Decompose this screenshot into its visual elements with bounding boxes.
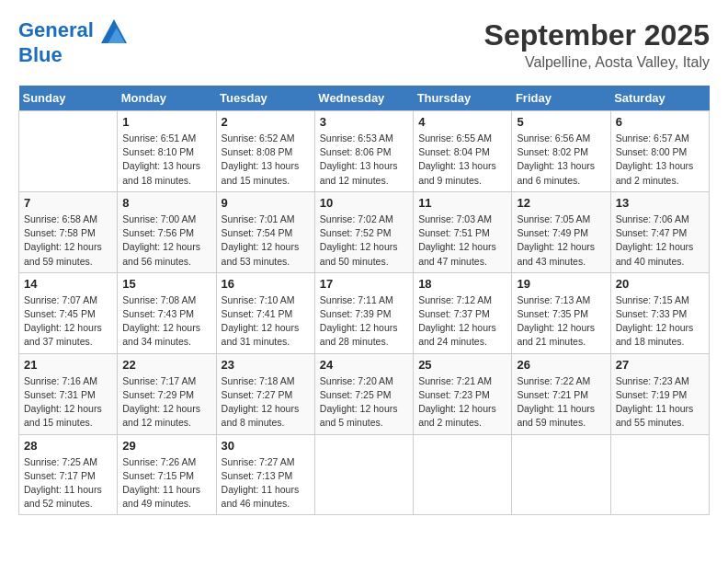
header-friday: Friday	[512, 86, 610, 111]
week-row-1: 1Sunrise: 6:51 AMSunset: 8:10 PMDaylight…	[19, 111, 710, 192]
calendar-cell: 15Sunrise: 7:08 AMSunset: 7:43 PMDayligh…	[118, 272, 216, 353]
day-number: 21	[24, 358, 112, 372]
calendar-cell: 29Sunrise: 7:26 AMSunset: 7:15 PMDayligh…	[118, 434, 216, 515]
calendar-cell: 12Sunrise: 7:05 AMSunset: 7:49 PMDayligh…	[512, 191, 610, 272]
day-info: Sunrise: 7:00 AMSunset: 7:56 PMDaylight:…	[122, 213, 210, 269]
calendar-cell	[414, 434, 512, 515]
calendar-cell: 2Sunrise: 6:52 AMSunset: 8:08 PMDaylight…	[216, 111, 314, 192]
header-wednesday: Wednesday	[314, 86, 413, 111]
week-row-5: 28Sunrise: 7:25 AMSunset: 7:17 PMDayligh…	[19, 434, 710, 515]
day-number: 6	[616, 115, 704, 129]
calendar-cell	[19, 111, 118, 192]
location: Valpelline, Aosta Valley, Italy	[484, 54, 710, 71]
day-info: Sunrise: 6:56 AMSunset: 8:02 PMDaylight:…	[517, 132, 605, 188]
day-number: 5	[517, 115, 605, 129]
day-number: 24	[320, 358, 408, 372]
day-number: 10	[320, 196, 408, 210]
week-row-3: 14Sunrise: 7:07 AMSunset: 7:45 PMDayligh…	[19, 272, 710, 353]
day-info: Sunrise: 7:03 AMSunset: 7:51 PMDaylight:…	[418, 213, 506, 269]
month-title: September 2025	[484, 18, 710, 52]
calendar-cell: 30Sunrise: 7:27 AMSunset: 7:13 PMDayligh…	[216, 434, 314, 515]
calendar-cell: 5Sunrise: 6:56 AMSunset: 8:02 PMDaylight…	[512, 111, 610, 192]
calendar-table: SundayMondayTuesdayWednesdayThursdayFrid…	[18, 86, 710, 515]
calendar-cell: 10Sunrise: 7:02 AMSunset: 7:52 PMDayligh…	[314, 191, 413, 272]
day-number: 12	[517, 196, 605, 210]
day-number: 13	[616, 196, 704, 210]
day-info: Sunrise: 7:06 AMSunset: 7:47 PMDaylight:…	[616, 213, 704, 269]
week-row-4: 21Sunrise: 7:16 AMSunset: 7:31 PMDayligh…	[19, 353, 710, 434]
calendar-cell: 21Sunrise: 7:16 AMSunset: 7:31 PMDayligh…	[19, 353, 118, 434]
calendar-cell: 23Sunrise: 7:18 AMSunset: 7:27 PMDayligh…	[216, 353, 314, 434]
day-number: 11	[418, 196, 506, 210]
calendar-cell: 19Sunrise: 7:13 AMSunset: 7:35 PMDayligh…	[512, 272, 610, 353]
day-info: Sunrise: 6:51 AMSunset: 8:10 PMDaylight:…	[122, 132, 210, 188]
day-info: Sunrise: 7:10 AMSunset: 7:41 PMDaylight:…	[222, 293, 310, 350]
day-info: Sunrise: 7:13 AMSunset: 7:35 PMDaylight:…	[517, 293, 605, 350]
day-number: 16	[222, 277, 310, 291]
calendar-cell: 22Sunrise: 7:17 AMSunset: 7:29 PMDayligh…	[118, 353, 216, 434]
calendar-cell	[314, 434, 413, 515]
calendar-cell: 20Sunrise: 7:15 AMSunset: 7:33 PMDayligh…	[610, 272, 709, 353]
day-info: Sunrise: 7:23 AMSunset: 7:19 PMDaylight:…	[616, 374, 704, 431]
day-number: 2	[222, 115, 310, 129]
calendar-cell: 11Sunrise: 7:03 AMSunset: 7:51 PMDayligh…	[414, 191, 512, 272]
day-info: Sunrise: 7:05 AMSunset: 7:49 PMDaylight:…	[517, 213, 605, 269]
day-info: Sunrise: 7:16 AMSunset: 7:31 PMDaylight:…	[24, 374, 112, 431]
day-number: 17	[320, 277, 408, 291]
day-info: Sunrise: 7:07 AMSunset: 7:45 PMDaylight:…	[24, 293, 112, 350]
calendar-cell: 14Sunrise: 7:07 AMSunset: 7:45 PMDayligh…	[19, 272, 118, 353]
day-info: Sunrise: 7:25 AMSunset: 7:17 PMDaylight:…	[24, 455, 112, 511]
week-row-2: 7Sunrise: 6:58 AMSunset: 7:58 PMDaylight…	[19, 191, 710, 272]
days-header-row: SundayMondayTuesdayWednesdayThursdayFrid…	[19, 86, 710, 111]
calendar-cell: 16Sunrise: 7:10 AMSunset: 7:41 PMDayligh…	[216, 272, 314, 353]
day-info: Sunrise: 7:02 AMSunset: 7:52 PMDaylight:…	[320, 213, 408, 269]
calendar-cell: 26Sunrise: 7:22 AMSunset: 7:21 PMDayligh…	[512, 353, 610, 434]
day-number: 19	[517, 277, 605, 291]
calendar-cell: 1Sunrise: 6:51 AMSunset: 8:10 PMDaylight…	[118, 111, 216, 192]
day-number: 7	[24, 196, 112, 210]
header-monday: Monday	[118, 86, 216, 111]
day-number: 1	[122, 115, 210, 129]
day-info: Sunrise: 7:12 AMSunset: 7:37 PMDaylight:…	[418, 293, 506, 350]
calendar-cell: 4Sunrise: 6:55 AMSunset: 8:04 PMDaylight…	[414, 111, 512, 192]
calendar-cell: 17Sunrise: 7:11 AMSunset: 7:39 PMDayligh…	[314, 272, 413, 353]
day-number: 18	[418, 277, 506, 291]
day-info: Sunrise: 7:22 AMSunset: 7:21 PMDaylight:…	[517, 374, 605, 431]
day-number: 4	[418, 115, 506, 129]
header-saturday: Saturday	[610, 86, 709, 111]
page-header: General Blue September 2025 Valpelline, …	[18, 18, 710, 71]
calendar-cell: 6Sunrise: 6:57 AMSunset: 8:00 PMDaylight…	[610, 111, 709, 192]
calendar-cell: 24Sunrise: 7:20 AMSunset: 7:25 PMDayligh…	[314, 353, 413, 434]
day-number: 15	[122, 277, 210, 291]
day-number: 22	[122, 358, 210, 372]
day-info: Sunrise: 6:52 AMSunset: 8:08 PMDaylight:…	[222, 132, 310, 188]
logo: General Blue	[18, 18, 127, 66]
day-number: 29	[122, 439, 210, 453]
calendar-cell: 28Sunrise: 7:25 AMSunset: 7:17 PMDayligh…	[19, 434, 118, 515]
calendar-cell: 18Sunrise: 7:12 AMSunset: 7:37 PMDayligh…	[414, 272, 512, 353]
day-number: 14	[24, 277, 112, 291]
day-info: Sunrise: 6:55 AMSunset: 8:04 PMDaylight:…	[418, 132, 506, 188]
day-info: Sunrise: 6:57 AMSunset: 8:00 PMDaylight:…	[616, 132, 704, 188]
day-info: Sunrise: 7:08 AMSunset: 7:43 PMDaylight:…	[122, 293, 210, 350]
calendar-cell	[610, 434, 709, 515]
day-info: Sunrise: 7:26 AMSunset: 7:15 PMDaylight:…	[122, 455, 210, 511]
day-info: Sunrise: 6:53 AMSunset: 8:06 PMDaylight:…	[320, 132, 408, 188]
calendar-cell: 8Sunrise: 7:00 AMSunset: 7:56 PMDaylight…	[118, 191, 216, 272]
day-number: 20	[616, 277, 704, 291]
day-info: Sunrise: 7:20 AMSunset: 7:25 PMDaylight:…	[320, 374, 408, 431]
day-info: Sunrise: 7:11 AMSunset: 7:39 PMDaylight:…	[320, 293, 408, 350]
calendar-cell: 27Sunrise: 7:23 AMSunset: 7:19 PMDayligh…	[610, 353, 709, 434]
day-number: 25	[418, 358, 506, 372]
day-number: 28	[24, 439, 112, 453]
header-sunday: Sunday	[19, 86, 118, 111]
calendar-cell: 7Sunrise: 6:58 AMSunset: 7:58 PMDaylight…	[19, 191, 118, 272]
header-thursday: Thursday	[414, 86, 512, 111]
day-number: 3	[320, 115, 408, 129]
day-info: Sunrise: 7:27 AMSunset: 7:13 PMDaylight:…	[222, 455, 310, 511]
day-info: Sunrise: 7:17 AMSunset: 7:29 PMDaylight:…	[122, 374, 210, 431]
header-tuesday: Tuesday	[216, 86, 314, 111]
calendar-cell: 9Sunrise: 7:01 AMSunset: 7:54 PMDaylight…	[216, 191, 314, 272]
day-info: Sunrise: 6:58 AMSunset: 7:58 PMDaylight:…	[24, 213, 112, 269]
day-info: Sunrise: 7:15 AMSunset: 7:33 PMDaylight:…	[616, 293, 704, 350]
